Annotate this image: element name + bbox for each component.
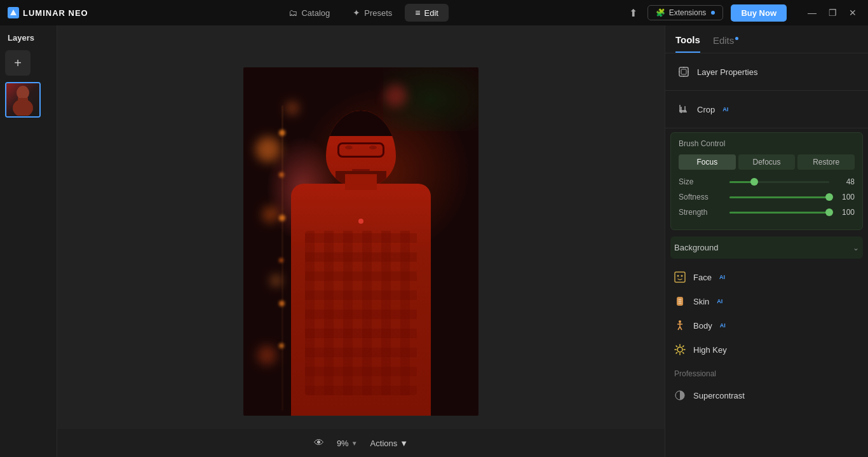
supercontrast-label: Supercontrast	[693, 391, 745, 400]
app-name: LUMINAR NEO	[23, 8, 88, 18]
actions-chevron-icon: ▼	[400, 439, 408, 448]
focus-tab[interactable]: Focus	[679, 154, 736, 170]
svg-rect-3	[18, 98, 28, 109]
softness-slider-thumb[interactable]	[825, 193, 833, 201]
close-button[interactable]: ✕	[845, 5, 860, 20]
svg-point-1	[17, 86, 29, 100]
catalog-tab[interactable]: 🗂 Catalog	[278, 4, 340, 22]
tools-tab[interactable]: Tools	[675, 34, 700, 53]
svg-rect-6	[675, 272, 685, 282]
crop-section: Crop AI	[665, 91, 868, 128]
visibility-icon[interactable]: 👁	[314, 437, 324, 449]
presets-icon: ✦	[353, 8, 360, 18]
svg-rect-4	[679, 67, 688, 76]
canvas-toolbar: 👁 9% ▼ Actions ▼	[57, 429, 665, 457]
layer-properties-label: Layer Properties	[697, 67, 757, 77]
svg-point-7	[677, 275, 679, 277]
logo-icon	[8, 7, 19, 18]
svg-marker-0	[10, 10, 17, 15]
tools-list: Face AI Skin AI	[665, 263, 868, 364]
zoom-chevron-icon: ▼	[351, 440, 358, 447]
extensions-dot	[711, 11, 715, 15]
supercontrast-row[interactable]: Supercontrast	[670, 383, 863, 407]
title-bar: LUMINAR NEO 🗂 Catalog ✦ Presets ≡ Edit ⬆…	[0, 0, 868, 25]
svg-point-10	[679, 320, 681, 323]
layer-properties-icon	[677, 65, 691, 79]
brush-control-section: Brush Control Focus Defocus Restore Size…	[670, 132, 863, 230]
background-title: Background	[674, 243, 718, 252]
add-layer-button[interactable]: +	[5, 50, 31, 76]
edit-tab[interactable]: ≡ Edit	[405, 4, 449, 22]
actions-button[interactable]: Actions ▼	[370, 439, 409, 448]
zoom-control[interactable]: 9% ▼	[337, 439, 358, 448]
crop-icon	[677, 102, 691, 116]
layer-thumb-image	[6, 83, 39, 116]
high-key-label: High Key	[693, 345, 727, 355]
share-button[interactable]: ⬆	[627, 4, 640, 22]
strength-value: 100	[834, 208, 855, 217]
actions-label: Actions	[370, 439, 398, 448]
layer-properties-row[interactable]: Layer Properties	[674, 60, 859, 84]
face-row[interactable]: Face AI	[670, 265, 863, 289]
face-icon	[673, 270, 687, 284]
svg-line-14	[680, 327, 682, 330]
size-label: Size	[679, 177, 724, 186]
softness-slider-track[interactable]	[729, 196, 829, 198]
defocus-tab[interactable]: Defocus	[738, 154, 796, 170]
body-row[interactable]: Body AI	[670, 313, 863, 338]
brush-tabs: Focus Defocus Restore	[679, 154, 855, 170]
professional-header: Professional	[665, 364, 868, 381]
skin-icon	[673, 294, 687, 308]
presets-tab[interactable]: ✦ Presets	[342, 4, 402, 22]
layers-title: Layers	[5, 33, 51, 43]
edits-dot	[735, 37, 738, 40]
svg-point-15	[677, 347, 682, 352]
high-key-row[interactable]: High Key	[670, 338, 863, 362]
size-slider-track[interactable]	[729, 181, 829, 183]
strength-slider-thumb[interactable]	[825, 208, 833, 216]
extensions-button[interactable]: 🧩 Extensions	[648, 5, 724, 20]
title-bar-controls: ⬆ 🧩 Extensions Buy Now — ❐ ✕	[627, 4, 860, 22]
svg-line-13	[678, 327, 680, 330]
body-label: Body	[693, 321, 712, 331]
extensions-icon: 🧩	[656, 8, 665, 17]
app-logo: LUMINAR NEO	[8, 7, 88, 18]
crop-label: Crop	[697, 105, 715, 114]
softness-slider-row: Softness 100	[679, 193, 855, 201]
size-value: 48	[834, 177, 855, 186]
layer-thumbnail[interactable]	[5, 82, 41, 118]
svg-rect-5	[681, 69, 686, 74]
edits-tab[interactable]: Edits	[713, 35, 738, 52]
size-slider-row: Size 48	[679, 177, 855, 186]
layers-panel: Layers +	[0, 25, 57, 457]
minimize-button[interactable]: —	[804, 5, 820, 20]
crop-row[interactable]: Crop AI	[674, 97, 859, 121]
restore-tab[interactable]: Restore	[797, 154, 855, 170]
face-ai-badge: AI	[719, 274, 725, 280]
background-header[interactable]: Background ⌄	[670, 236, 863, 259]
skin-row[interactable]: Skin AI	[670, 289, 863, 313]
buy-now-button[interactable]: Buy Now	[731, 4, 787, 22]
window-controls: — ❐ ✕	[804, 5, 860, 20]
supercontrast-icon	[673, 388, 687, 402]
skin-ai-badge: AI	[717, 298, 722, 304]
canvas-area: 👁 9% ▼ Actions ▼	[57, 25, 665, 457]
maximize-button[interactable]: ❐	[825, 5, 840, 20]
skin-label: Skin	[693, 297, 709, 306]
size-slider-thumb[interactable]	[750, 178, 758, 186]
softness-slider-fill	[729, 196, 829, 198]
body-icon	[673, 318, 687, 332]
tools-panel: Tools Edits Layer Properties	[665, 25, 868, 457]
nav-tabs: 🗂 Catalog ✦ Presets ≡ Edit	[101, 4, 627, 22]
background-section: Background ⌄	[665, 234, 868, 263]
tools-header: Tools Edits	[665, 25, 868, 53]
professional-tools: Supercontrast	[665, 381, 868, 410]
strength-label: Strength	[679, 208, 724, 217]
face-label: Face	[693, 273, 712, 282]
softness-value: 100	[834, 193, 855, 201]
strength-slider-track[interactable]	[729, 212, 829, 214]
high-key-icon	[673, 343, 687, 357]
strength-slider-row: Strength 100	[679, 208, 855, 217]
main-content: Layers +	[0, 25, 868, 457]
body-ai-badge: AI	[720, 322, 726, 329]
